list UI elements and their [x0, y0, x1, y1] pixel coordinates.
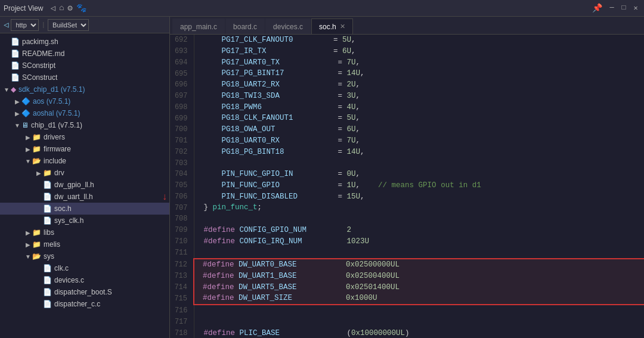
tree-label: dw_uart_ll.h — [54, 193, 93, 201]
tab-devices-c[interactable]: devices.c — [265, 18, 311, 34]
h-file-icon: 📄 — [43, 204, 52, 213]
line-code: #define DW_UART0_BASE 0x02500000UL — [194, 259, 644, 271]
tree-item-sys-clk[interactable]: 📄 sys_clk.h — [0, 215, 169, 227]
debug-icon[interactable]: 🐾 — [76, 3, 86, 13]
tree-item-readme[interactable]: 📄 README.md — [0, 48, 169, 60]
tree-item-dispatcher-c[interactable]: 📄 dispatcher_c.c — [0, 298, 169, 310]
tree-item-clk-c[interactable]: 📄 clk.c — [0, 262, 169, 274]
tree-item-drivers[interactable]: ▶ 📁 drivers — [0, 131, 169, 143]
tree-item-sconstript[interactable]: 📄 SConstript — [0, 60, 169, 72]
project-view-title: Project View — [4, 4, 43, 13]
line-number: 707 — [170, 202, 194, 213]
sidebar-nav-icon[interactable]: ◁ — [4, 20, 8, 30]
tab-app-main[interactable]: app_main.c — [172, 18, 225, 34]
build-icon[interactable]: ⚙ — [67, 3, 72, 13]
buildset-select[interactable]: BuildSet — [48, 19, 89, 31]
line-number: 710 — [170, 236, 194, 247]
tree-item-packimg[interactable]: 📄 packimg.sh — [0, 36, 169, 48]
code-line-697: 697 PG18_TWI3_SDA = 3U, — [170, 91, 644, 102]
toolbar-sep: | — [41, 21, 45, 29]
tab-label: soc.h — [319, 23, 336, 31]
line-code: #define CONFIG_IRQ_NUM 1023U — [194, 236, 644, 247]
code-line-703: 703 — [170, 157, 644, 169]
line-code: PG18_TWI3_SDA = 3U, — [194, 91, 644, 102]
tree-label: libs — [44, 228, 54, 237]
minimize-button[interactable]: — — [607, 4, 617, 13]
tree-arrow: ▶ — [24, 230, 32, 236]
protocol-select[interactable]: http — [11, 19, 39, 31]
maximize-button[interactable]: □ — [619, 4, 628, 13]
tree-item-aoshal[interactable]: ▶ 🔷 aoshal (v7.5.1) — [0, 107, 169, 119]
aos-icon: 🔷 — [21, 97, 30, 106]
tree-item-drv[interactable]: ▶ 📁 drv — [0, 167, 169, 179]
aoshal-icon: 🔷 — [21, 109, 30, 117]
code-line-699: 699 PG18_CLK_FANOUT1 = 5U, — [170, 113, 644, 124]
tree-label: SConstript — [22, 61, 55, 70]
tree-arrow: ▼ — [2, 86, 11, 93]
tree-item-melis[interactable]: ▶ 📁 melis — [0, 238, 169, 250]
tree-item-soc-h[interactable]: 📄 soc.h — [0, 203, 169, 215]
line-code: PIN_FUNC_GPIO = 1U, // means GPIO out in… — [194, 180, 644, 191]
top-bar: Project View ◁ ⌂ ⚙ 🐾 📌 — □ ✕ — [0, 0, 644, 17]
folder-icon: 📁 — [32, 145, 41, 153]
tab-soc-h[interactable]: soc.h ✕ — [311, 18, 353, 34]
home-icon[interactable]: ⌂ — [59, 3, 64, 13]
line-code: #define CONFIG_GPIO_NUM 2 — [194, 225, 644, 236]
line-code — [194, 305, 644, 317]
file-icon: 📄 — [11, 38, 20, 46]
code-line-718: 718 #define PLIC_BASE (0x10000000UL) — [170, 328, 644, 339]
close-button[interactable]: ✕ — [631, 4, 640, 13]
line-number: 712 — [170, 259, 194, 271]
tree-label: chip_d1 (v7.5.1) — [31, 121, 82, 129]
code-line-696: 696 PG18_UART2_RX = 2U, — [170, 79, 644, 91]
tree-item-chip-d1[interactable]: ▼ 🖥 chip_d1 (v7.5.1) — [0, 119, 169, 131]
tree-label: drivers — [44, 133, 65, 141]
line-number: 699 — [170, 113, 194, 124]
tree-label: include — [44, 157, 66, 165]
tree-arrow: ▶ — [13, 110, 21, 117]
tree-item-firmware[interactable]: ▶ 📁 firmware — [0, 143, 169, 155]
code-editor[interactable]: 692 PG17_CLK_FANOUT0 = 5U, 693 PG17_IR_T… — [170, 35, 644, 338]
code-line-704: 704 PIN_FUNC_GPIO_IN = 0U, — [170, 169, 644, 180]
line-code: } pin_func_t; — [194, 202, 644, 213]
code-line-714: 714 #define DW_UART5_BASE 0x02501400UL — [170, 282, 644, 293]
h-file-icon: 📄 — [43, 193, 52, 201]
folder-open-icon: 📂 — [32, 157, 41, 165]
tree-item-dw-uart[interactable]: 📄 dw_uart_ll.h ↓ — [0, 191, 169, 203]
tree-item-devices-c[interactable]: 📄 devices.c — [0, 274, 169, 286]
line-code: #define PLIC_BASE (0x10000000UL) — [194, 328, 644, 339]
tree-item-include[interactable]: ▼ 📂 include — [0, 155, 169, 167]
tree-item-dw-gpio[interactable]: 📄 dw_gpio_ll.h — [0, 179, 169, 191]
line-code: #define DW_UART_SIZE 0x1000U — [194, 293, 644, 305]
line-number: 698 — [170, 102, 194, 113]
top-bar-icons: ◁ ⌂ ⚙ 🐾 — [50, 3, 86, 13]
tree-label: README.md — [22, 49, 64, 58]
editor-area: app_main.c board.c devices.c soc.h ✕ 692 — [170, 17, 644, 338]
tree-item-sdk-chip[interactable]: ▼ ◆ sdk_chip_d1 (v7.5.1) — [0, 83, 169, 95]
tab-label: devices.c — [273, 23, 303, 31]
project-tree: 📄 packimg.sh 📄 README.md 📄 SConstript — [0, 33, 169, 338]
line-code — [194, 317, 644, 328]
line-number: 694 — [170, 57, 194, 69]
tree-arrow: ▶ — [13, 98, 21, 105]
tab-close-button[interactable]: ✕ — [340, 23, 345, 30]
tree-item-libs[interactable]: ▶ 📁 libs — [0, 227, 169, 238]
line-number: 711 — [170, 247, 194, 259]
line-code: PG18_CLK_FANOUT1 = 5U, — [194, 113, 644, 124]
tree-item-sys[interactable]: ▼ 📂 sys — [0, 250, 169, 262]
chip-icon: 🖥 — [21, 121, 29, 129]
sidebar-toolbar: ◁ http | BuildSet — [0, 17, 169, 33]
tree-item-sconstruct[interactable]: 📄 SConstruct — [0, 72, 169, 83]
tree-label: soc.h — [54, 204, 72, 213]
code-line-717: 717 — [170, 317, 644, 328]
tab-board-c[interactable]: board.c — [225, 18, 265, 34]
file-icon: 📄 — [11, 49, 20, 58]
tree-arrow: ▶ — [35, 170, 43, 176]
tree-item-aos[interactable]: ▶ 🔷 aos (v7.5.1) — [0, 95, 169, 107]
tree-label: dispatcher_c.c — [54, 300, 100, 308]
pin-icon[interactable]: 📌 — [592, 3, 602, 13]
navigate-back-icon[interactable]: ◁ — [50, 3, 55, 13]
tree-item-dispatcher-boot[interactable]: 📄 dispatcher_boot.S — [0, 286, 169, 298]
code-line-698: 698 PG18_PWM6 = 4U, — [170, 102, 644, 113]
line-number: 716 — [170, 305, 194, 317]
